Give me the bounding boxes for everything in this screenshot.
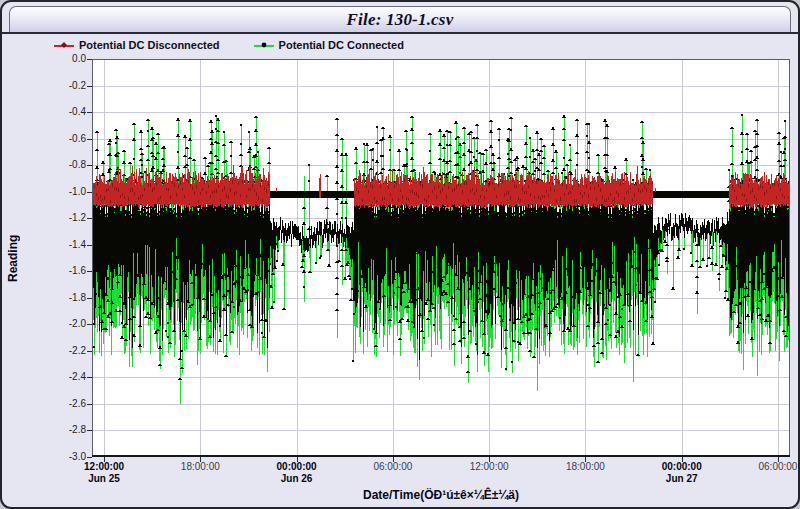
y-tick-label: -1.2	[52, 212, 86, 224]
window-title: File: 130-1.csv	[347, 10, 454, 30]
y-tick-label: -0.6	[52, 133, 86, 145]
chart-viewer-screen: File: 130-1.csv Potential DC Disconnecte…	[0, 0, 800, 509]
x-axis-title: Date/Time(ÖÐ¹ú±ê×¼Ê±¼ä)	[92, 488, 790, 502]
y-tick-label: -2.2	[52, 345, 86, 357]
red-diamond-icon	[61, 42, 67, 48]
y-tick-mark	[87, 298, 92, 299]
legend-label-connected: Potential DC Connected	[279, 39, 404, 51]
y-tick-mark	[87, 59, 92, 60]
black-dot-icon	[261, 42, 266, 47]
titlebar-divider	[2, 32, 798, 34]
legend-glyph-disconnected	[54, 41, 74, 50]
legend: Potential DC Disconnected Potential DC C…	[54, 39, 404, 51]
legend-glyph-connected	[254, 41, 274, 50]
y-tick-label: -1.8	[52, 292, 86, 304]
window-frame: File: 130-1.csv Potential DC Disconnecte…	[0, 0, 800, 509]
y-tick-mark	[87, 404, 92, 405]
x-tick-label: 18:00:00	[158, 461, 242, 473]
x-tick-label: 00:00:00Jun 26	[255, 461, 339, 485]
y-tick-label: -2.8	[52, 424, 86, 436]
y-tick-mark	[87, 139, 92, 140]
x-tick-label: 00:00:00Jun 27	[640, 461, 724, 485]
y-tick-mark	[87, 377, 92, 378]
y-tick-mark	[87, 165, 92, 166]
y-tick-mark	[87, 430, 92, 431]
x-tick-label: 06:00:00	[351, 461, 435, 473]
x-tick-label: 06:00:00	[736, 461, 800, 473]
y-tick-label: 0.0	[52, 53, 86, 65]
y-tick-label: -0.4	[52, 106, 86, 118]
y-tick-mark	[87, 86, 92, 87]
y-tick-label: -1.4	[52, 239, 86, 251]
y-tick-mark	[87, 271, 92, 272]
y-tick-label: -1.6	[52, 265, 86, 277]
x-tick-label: 12:00:00Jun 25	[62, 461, 146, 485]
y-tick-mark	[87, 192, 92, 193]
y-tick-label: -1.0	[52, 186, 86, 198]
y-axis-title: Reading	[5, 59, 21, 457]
x-tick-label: 18:00:00	[543, 461, 627, 473]
plot-area[interactable]	[92, 59, 790, 457]
legend-item-connected: Potential DC Connected	[254, 39, 404, 51]
y-tick-mark	[87, 245, 92, 246]
y-tick-label: -2.4	[52, 371, 86, 383]
y-tick-mark	[87, 457, 92, 458]
y-tick-mark	[87, 218, 92, 219]
y-tick-label: -2.6	[52, 398, 86, 410]
chart-plot	[92, 59, 790, 457]
y-tick-label: -2.0	[52, 318, 86, 330]
y-tick-mark	[87, 351, 92, 352]
x-tick-label: 12:00:00	[447, 461, 531, 473]
titlebar: File: 130-1.csv	[9, 6, 791, 32]
legend-label-disconnected: Potential DC Disconnected	[79, 39, 220, 51]
y-tick-mark	[87, 112, 92, 113]
y-tick-label: -0.8	[52, 159, 86, 171]
legend-item-disconnected: Potential DC Disconnected	[54, 39, 220, 51]
y-tick-mark	[87, 324, 92, 325]
y-tick-label: -0.2	[52, 80, 86, 92]
